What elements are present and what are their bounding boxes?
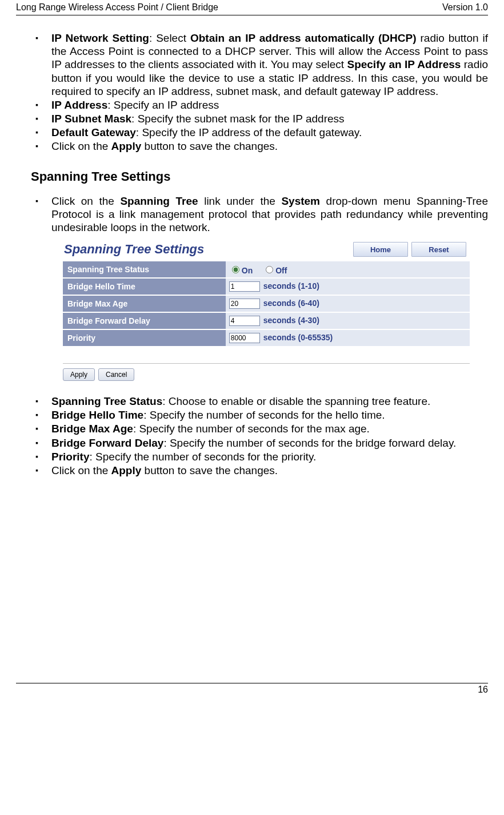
unit-label: seconds (1-10): [263, 281, 319, 291]
list-item: Bridge Forward Delay: Specify the number…: [31, 436, 488, 450]
list-item: Click on the Apply button to save the ch…: [31, 464, 488, 477]
text: : Specify the IP address of the default …: [136, 126, 362, 138]
row-label: Bridge Max Age: [63, 295, 226, 312]
bullet-list-2: Click on the Spanning Tree link under th…: [31, 194, 488, 234]
row-value: seconds (1-10): [226, 278, 470, 295]
list-item: IP Subnet Mask: Specify the subnet mask …: [31, 112, 488, 125]
row-label: Priority: [63, 329, 226, 347]
term: IP Address: [51, 99, 107, 111]
forward-delay-input[interactable]: [229, 316, 260, 326]
text: : Select: [149, 32, 190, 44]
text: Click on the: [51, 140, 111, 152]
table-row: Bridge Hello Time seconds (1-10): [63, 278, 470, 295]
priority-input[interactable]: [229, 333, 260, 343]
screenshot-footer: Apply Cancel: [63, 363, 470, 381]
term: IP Subnet Mask: [51, 113, 131, 125]
page-footer: 16: [16, 683, 488, 695]
list-item: Default Gateway: Specify the IP address …: [31, 126, 488, 139]
screenshot-title: Spanning Tree Settings: [64, 242, 204, 257]
page-number: 16: [16, 683, 488, 695]
list-item: IP Network Setting: Select Obtain an IP …: [31, 31, 488, 98]
list-item: IP Address: Specify an IP address: [31, 98, 488, 112]
apply-button[interactable]: Apply: [63, 368, 95, 381]
term: Apply: [111, 140, 142, 152]
radio-label: Off: [275, 266, 287, 275]
bullet-list-3: Spanning Tree Status: Choose to enable o…: [31, 395, 488, 477]
max-age-input[interactable]: [229, 299, 260, 309]
home-button[interactable]: Home: [353, 242, 408, 257]
content: IP Network Setting: Select Obtain an IP …: [16, 31, 488, 477]
header-rule: [16, 15, 488, 15]
section-heading: Spanning Tree Settings: [31, 169, 488, 184]
unit-label: seconds (4-30): [263, 316, 319, 325]
text: : Specify the number of seconds for the …: [133, 423, 370, 435]
unit-label: seconds (0-65535): [263, 333, 333, 342]
table-row: Spanning Tree Status On Off: [63, 261, 470, 278]
text: : Specify the subnet mask for the IP add…: [131, 113, 344, 125]
term: Spanning Tree: [120, 195, 198, 207]
row-value: On Off: [226, 261, 470, 278]
table-row: Priority seconds (0-65535): [63, 329, 470, 347]
row-label: Bridge Forward Delay: [63, 312, 226, 329]
text: : Specify an IP address: [107, 99, 219, 111]
text: Click on the: [51, 464, 111, 476]
header-right: Version 1.0: [442, 2, 488, 13]
hello-time-input[interactable]: [229, 281, 260, 292]
term: Priority: [51, 451, 90, 463]
list-item: Priority: Specify the number of seconds …: [31, 450, 488, 463]
text: : Choose to enable or disable the spanni…: [162, 395, 430, 407]
text: link under the: [198, 195, 282, 207]
row-label: Spanning Tree Status: [63, 261, 226, 278]
text: button to save the changes.: [141, 464, 278, 476]
term: Bridge Forward Delay: [51, 437, 163, 449]
text: : Specify the number of seconds for the …: [90, 451, 317, 463]
table-row: Bridge Max Age seconds (6-40): [63, 295, 470, 312]
term: Specify an IP Address: [347, 58, 461, 70]
term: System: [281, 195, 320, 207]
text: : Specify the number of seconds for the …: [143, 409, 385, 421]
text: Click on the: [51, 195, 120, 207]
list-item: Spanning Tree Status: Choose to enable o…: [31, 395, 488, 408]
row-value: seconds (6-40): [226, 295, 470, 312]
reset-button[interactable]: Reset: [411, 242, 466, 257]
list-item: Click on the Spanning Tree link under th…: [31, 194, 488, 234]
list-item: Bridge Max Age: Specify the number of se…: [31, 422, 488, 435]
term: Obtain an IP address automatically (DHCP…: [190, 32, 417, 44]
page: Long Range Wireless Access Point / Clien…: [0, 0, 504, 706]
cancel-button[interactable]: Cancel: [98, 368, 134, 381]
term: Spanning Tree Status: [51, 395, 162, 407]
row-label: Bridge Hello Time: [63, 278, 226, 295]
list-item: Bridge Hello Time: Specify the number of…: [31, 408, 488, 422]
header-left: Long Range Wireless Access Point / Clien…: [16, 2, 218, 13]
text: : Specify the number of seconds for the …: [163, 437, 456, 449]
table-row: Bridge Forward Delay seconds (4-30): [63, 312, 470, 329]
list-item: Click on the Apply button to save the ch…: [31, 140, 488, 153]
nav-buttons: Home Reset: [353, 242, 466, 257]
screenshot-header: Spanning Tree Settings Home Reset: [63, 241, 470, 260]
row-value: seconds (4-30): [226, 312, 470, 329]
text: button to save the changes.: [141, 140, 278, 152]
bullet-list-1: IP Network Setting: Select Obtain an IP …: [31, 31, 488, 153]
term: Default Gateway: [51, 126, 136, 138]
term: Bridge Max Age: [51, 423, 133, 435]
term: Apply: [111, 464, 142, 476]
page-header: Long Range Wireless Access Point / Clien…: [16, 0, 488, 15]
unit-label: seconds (6-40): [263, 299, 319, 308]
status-on-radio[interactable]: [232, 266, 239, 273]
term: Bridge Hello Time: [51, 409, 143, 421]
config-screenshot: Spanning Tree Settings Home Reset Spanni…: [63, 241, 470, 381]
config-table: Spanning Tree Status On Off Bridge Hello…: [63, 260, 470, 347]
status-off-radio[interactable]: [266, 266, 273, 273]
radio-label: On: [242, 266, 253, 275]
row-value: seconds (0-65535): [226, 329, 470, 347]
term: IP Network Setting: [51, 32, 149, 44]
